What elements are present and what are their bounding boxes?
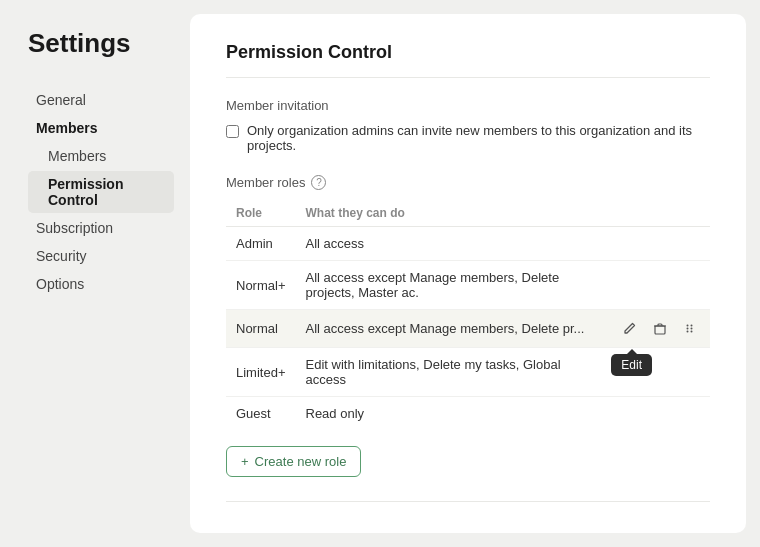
table-row: Normal+ All access except Manage members… [226,261,710,310]
col-role: Role [226,200,296,227]
sidebar: Settings General Members Members Permiss… [0,0,190,547]
member-roles-header: Member roles ? [226,175,710,190]
create-role-icon: + [241,454,249,469]
edit-button[interactable] [618,319,641,338]
table-row-normal: Normal All access except Manage members,… [226,310,710,348]
role-name: Normal [226,310,296,348]
sidebar-item-members-sub[interactable]: Members [28,143,174,169]
sidebar-item-permission-control[interactable]: Permission Control [28,171,174,213]
svg-point-3 [691,325,693,327]
page-title: Settings [28,28,174,59]
col-what: What they can do [296,200,609,227]
svg-point-2 [687,325,689,327]
create-role-label: Create new role [255,454,347,469]
svg-rect-0 [655,326,665,334]
role-name: Admin [226,227,296,261]
role-name: Normal+ [226,261,296,310]
member-invitation-text: Only organization admins can invite new … [247,123,710,153]
divider [226,501,710,502]
sidebar-item-general[interactable]: General [28,87,174,113]
role-description: All access [296,227,609,261]
role-description: Edit with limitations, Delete my tasks, … [296,348,609,397]
member-invitation-checkbox[interactable] [226,125,239,138]
role-name: Guest [226,397,296,431]
sidebar-item-members[interactable]: Members [28,115,174,141]
sidebar-item-options[interactable]: Options [28,271,174,297]
member-invitation-label: Member invitation [226,98,710,113]
member-roles-label: Member roles [226,175,305,190]
create-role-button[interactable]: + Create new role [226,446,361,477]
row-actions [618,319,700,338]
member-invitation-row: Only organization admins can invite new … [226,123,710,153]
svg-point-5 [691,328,693,330]
app-container: Settings General Members Members Permiss… [0,0,760,547]
drag-button[interactable] [679,320,700,337]
info-icon[interactable]: ? [311,175,326,190]
svg-point-4 [687,328,689,330]
svg-point-6 [687,331,689,333]
sidebar-item-security[interactable]: Security [28,243,174,269]
main-content: Permission Control Member invitation Onl… [190,14,746,533]
table-row: Admin All access [226,227,710,261]
role-description: All access except Manage members, Delete… [296,310,609,348]
svg-point-7 [691,331,693,333]
section-title: Permission Control [226,42,710,78]
roles-table: Role What they can do Admin All access N… [226,200,710,430]
sidebar-item-subscription[interactable]: Subscription [28,215,174,241]
table-row: Limited+ Edit with limitations, Delete m… [226,348,710,397]
delete-button[interactable] [649,320,671,338]
role-name: Limited+ [226,348,296,397]
role-description: All access except Manage members, Delete… [296,261,609,310]
role-description: Read only [296,397,609,431]
table-row: Guest Read only [226,397,710,431]
